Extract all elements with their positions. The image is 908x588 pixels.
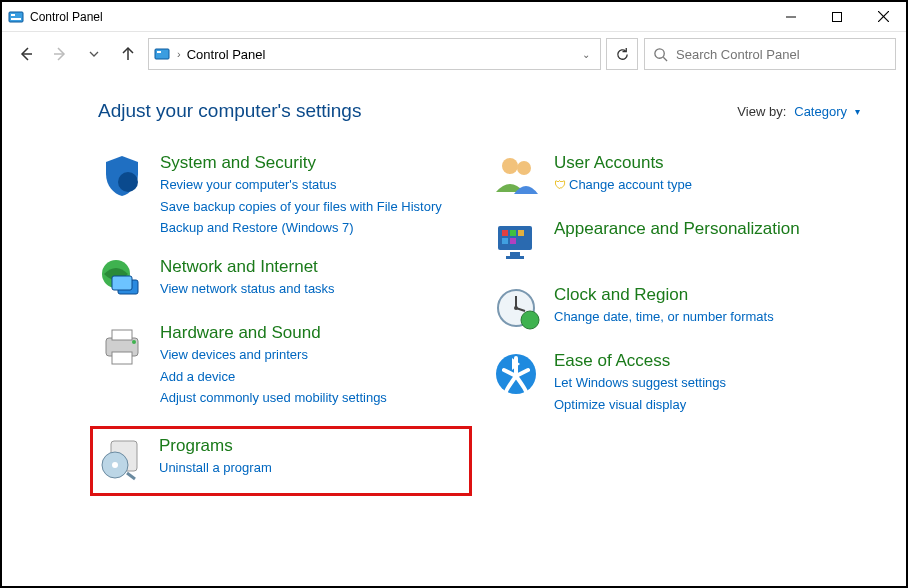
category-title-hardware[interactable]: Hardware and Sound (160, 322, 387, 343)
category-title-system-security[interactable]: System and Security (160, 152, 442, 173)
link-optimize-display[interactable]: Optimize visual display (554, 395, 726, 415)
svg-line-13 (663, 57, 667, 61)
content-area: Adjust your computer's settings View by:… (2, 76, 906, 516)
link-mobility-settings[interactable]: Adjust commonly used mobility settings (160, 388, 387, 408)
link-backup-restore[interactable]: Backup and Restore (Windows 7) (160, 218, 442, 238)
link-suggest-settings[interactable]: Let Windows suggest settings (554, 373, 726, 393)
refresh-button[interactable] (606, 38, 638, 70)
shield-icon (98, 152, 146, 200)
svg-point-25 (502, 158, 518, 174)
svg-rect-10 (155, 49, 169, 59)
svg-rect-34 (506, 256, 524, 259)
svg-rect-28 (502, 230, 508, 236)
link-change-account-type[interactable]: Change account type (554, 175, 692, 195)
chevron-right-icon: › (177, 48, 181, 60)
svg-point-21 (132, 340, 136, 344)
svg-rect-11 (157, 51, 161, 53)
svg-rect-17 (112, 276, 132, 290)
category-appearance: Appearance and Personalization (492, 218, 866, 266)
control-panel-location-icon (153, 45, 171, 63)
title-bar: Control Panel (2, 2, 906, 32)
minimize-button[interactable] (768, 2, 814, 32)
svg-rect-19 (112, 330, 132, 340)
category-title-ease-of-access[interactable]: Ease of Access (554, 350, 726, 371)
svg-rect-4 (833, 12, 842, 21)
nav-up-button[interactable] (114, 40, 142, 68)
page-heading: Adjust your computer's settings (98, 100, 361, 122)
svg-rect-1 (11, 14, 15, 16)
svg-rect-0 (9, 12, 23, 22)
svg-rect-2 (11, 18, 21, 20)
category-programs: Programs Uninstall a program (90, 426, 472, 496)
globe-network-icon (98, 256, 146, 304)
link-file-history[interactable]: Save backup copies of your files with Fi… (160, 197, 442, 217)
left-column: System and Security Review your computer… (98, 152, 472, 496)
breadcrumb-control-panel[interactable]: Control Panel (187, 47, 266, 62)
clock-icon (492, 284, 540, 332)
category-clock-region: Clock and Region Change date, time, or n… (492, 284, 866, 332)
link-uninstall-program[interactable]: Uninstall a program (159, 458, 272, 478)
window-title: Control Panel (30, 10, 103, 24)
category-title-appearance[interactable]: Appearance and Personalization (554, 218, 800, 239)
svg-rect-30 (518, 230, 524, 236)
ease-of-access-icon (492, 350, 540, 398)
category-ease-of-access: Ease of Access Let Windows suggest setti… (492, 350, 866, 414)
svg-rect-31 (502, 238, 508, 244)
svg-point-24 (112, 462, 118, 468)
svg-point-14 (118, 172, 138, 192)
svg-rect-32 (510, 238, 516, 244)
link-date-time-formats[interactable]: Change date, time, or number formats (554, 307, 774, 327)
people-icon (492, 152, 540, 200)
svg-point-12 (655, 48, 664, 57)
printer-icon (98, 322, 146, 370)
nav-forward-button[interactable] (46, 40, 74, 68)
category-title-programs[interactable]: Programs (159, 435, 272, 456)
right-column: User Accounts Change account type Appear… (492, 152, 866, 496)
svg-rect-33 (510, 252, 520, 256)
category-hardware: Hardware and Sound View devices and prin… (98, 322, 472, 408)
search-box[interactable] (644, 38, 896, 70)
view-by-selector[interactable]: View by: Category ▾ (737, 104, 860, 119)
svg-rect-20 (112, 352, 132, 364)
search-icon (653, 47, 668, 62)
address-dropdown-icon[interactable]: ⌄ (576, 49, 596, 60)
view-by-label: View by: (737, 104, 786, 119)
nav-back-button[interactable] (12, 40, 40, 68)
link-devices-printers[interactable]: View devices and printers (160, 345, 387, 365)
monitor-colors-icon (492, 218, 540, 266)
svg-point-39 (521, 311, 539, 329)
chevron-down-icon: ▾ (855, 106, 860, 117)
category-system-security: System and Security Review your computer… (98, 152, 472, 238)
category-title-user-accounts[interactable]: User Accounts (554, 152, 692, 173)
recent-locations-button[interactable] (80, 40, 108, 68)
control-panel-app-icon (8, 9, 24, 25)
category-title-clock-region[interactable]: Clock and Region (554, 284, 774, 305)
view-by-value: Category (794, 104, 847, 119)
category-user-accounts: User Accounts Change account type (492, 152, 866, 200)
address-bar[interactable]: › Control Panel ⌄ (148, 38, 601, 70)
link-add-device[interactable]: Add a device (160, 367, 387, 387)
category-network: Network and Internet View network status… (98, 256, 472, 304)
maximize-button[interactable] (814, 2, 860, 32)
category-title-network[interactable]: Network and Internet (160, 256, 335, 277)
link-network-status[interactable]: View network status and tasks (160, 279, 335, 299)
link-review-status[interactable]: Review your computer's status (160, 175, 442, 195)
programs-disc-icon (97, 435, 145, 483)
svg-point-26 (517, 161, 531, 175)
close-button[interactable] (860, 2, 906, 32)
toolbar: › Control Panel ⌄ (2, 32, 906, 76)
search-input[interactable] (676, 47, 887, 62)
svg-rect-29 (510, 230, 516, 236)
